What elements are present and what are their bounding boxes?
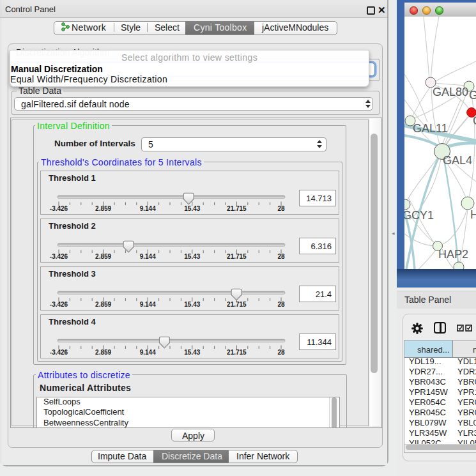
svg-text:21.715: 21.715 [227,205,247,212]
svg-text:9.144: 9.144 [140,301,156,308]
svg-text:2.859: 2.859 [95,253,111,260]
svg-text:-3.426: -3.426 [50,205,68,212]
svg-text:15.43: 15.43 [184,205,200,212]
svg-text:HAP2: HAP2 [438,248,468,261]
svg-text:GAL4: GAL4 [443,154,472,167]
svg-text:15.43: 15.43 [184,253,200,260]
svg-text:21.715: 21.715 [227,253,247,260]
svg-text:GAL80: GAL80 [433,86,468,98]
svg-text:15.43: 15.43 [184,301,200,308]
svg-text:28: 28 [277,253,285,260]
svg-text:-3.426: -3.426 [50,301,68,308]
svg-text:9.144: 9.144 [140,253,156,260]
svg-text:-3.426: -3.426 [50,349,68,356]
svg-text:21.715: 21.715 [227,349,247,356]
svg-text:9.144: 9.144 [140,205,156,212]
svg-text:2.859: 2.859 [95,205,111,212]
svg-text:HI: HI [470,208,476,221]
svg-text:28: 28 [277,205,285,212]
svg-text:21.715: 21.715 [227,301,247,308]
svg-text:28: 28 [277,301,285,308]
svg-text:28: 28 [277,349,285,356]
svg-text:GA: GA [469,89,476,102]
svg-text:2.859: 2.859 [95,301,111,308]
svg-text:-3.426: -3.426 [50,253,68,260]
svg-text:2.859: 2.859 [95,349,111,356]
svg-text:CD: CD [473,114,476,127]
svg-text:GAL11: GAL11 [413,122,448,135]
svg-text:9.144: 9.144 [140,349,156,356]
svg-text:15.43: 15.43 [184,349,200,356]
svg-text:GCY1: GCY1 [404,209,434,222]
